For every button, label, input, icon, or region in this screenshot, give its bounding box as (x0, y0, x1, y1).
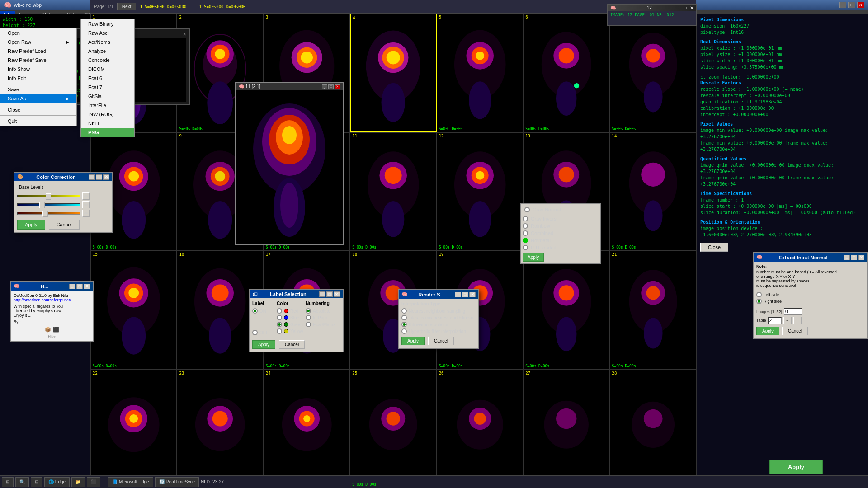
gamma-slider-thumb[interactable] (42, 211, 48, 217)
url-link[interactable]: http://amedcon.sourceforge.net/ (14, 298, 90, 302)
close-item[interactable]: Close (0, 105, 76, 114)
color-corr-minimize[interactable]: _ (89, 174, 95, 180)
minimize-button[interactable]: _ (839, 2, 846, 8)
scan-cell-5[interactable]: 5 S=00s D=00s (437, 14, 523, 132)
lut-option[interactable]: LUT loaded ... (521, 244, 600, 251)
render-apply-button[interactable]: Apply (401, 337, 425, 345)
info-show-item[interactable]: Info Show (0, 65, 76, 74)
hotmetal-option[interactable]: Hotmetal (521, 237, 600, 244)
inw-rug-item[interactable]: INW (RUG) (81, 110, 134, 119)
color-corr-maximize[interactable]: □ (96, 174, 102, 180)
scan-cell-14[interactable]: 14 S=00s D=00s (610, 132, 696, 251)
png-item[interactable]: PNG (81, 128, 134, 137)
palette-apply-button[interactable]: Apply (523, 253, 544, 262)
yellow-color-radio[interactable] (277, 328, 282, 334)
scan-cell-4[interactable]: 4 (350, 14, 436, 132)
scan-cell-20[interactable]: 20 S=00s D=00s (523, 251, 609, 370)
red-color-radio[interactable] (277, 308, 282, 314)
combined-radio[interactable] (523, 230, 528, 236)
taskbar-task-view[interactable]: ⊟ (31, 477, 42, 487)
contrast-dropper[interactable]: ✏ (82, 201, 90, 208)
gray-invers-option[interactable]: Gray Invers (521, 215, 600, 222)
label-cancel-button[interactable]: Cancel (279, 340, 305, 349)
scan-cell-7[interactable]: 7 S=00s D=00s (610, 14, 696, 132)
raw-binary-item[interactable]: Raw Binary (81, 19, 134, 28)
label-minimize[interactable]: _ (319, 291, 326, 297)
table-input[interactable] (768, 317, 782, 324)
brain-zoom-minimize[interactable]: _ (322, 84, 327, 89)
about-close[interactable]: ✕ (84, 284, 90, 289)
label-apply-button[interactable]: Apply (252, 340, 275, 349)
second-close[interactable]: ✕ (690, 5, 693, 10)
nifti-item[interactable]: NIfTI (81, 119, 134, 128)
left-side-radio[interactable] (756, 292, 762, 297)
brain-zoom-maximize[interactable]: □ (328, 84, 334, 89)
ecat7-item[interactable]: Ecat 7 (81, 83, 134, 92)
taskbar-start[interactable]: ⊞ (2, 477, 14, 487)
render-minimize[interactable]: _ (455, 292, 461, 297)
acr-nema-item[interactable]: Acr/Nema (81, 38, 134, 47)
gamma-dropper[interactable]: ✏ (82, 210, 90, 217)
second-maximize[interactable]: □ (686, 5, 689, 10)
tiles-radio[interactable] (401, 315, 407, 320)
brain-zoom-close[interactable]: ✕ (335, 84, 340, 89)
quit-item[interactable]: Quit (0, 117, 76, 126)
combined-option[interactable]: Combined (521, 230, 600, 237)
scan-cell-25[interactable]: 25 S=00s D=00s (350, 370, 436, 488)
blue-color-radio[interactable] (277, 315, 282, 320)
scan-cell-27[interactable]: 27 (523, 370, 609, 488)
taskbar-ms-edge[interactable]: 📘 Microsoft Edge (108, 477, 153, 487)
hyperbolic-radio[interactable] (401, 328, 407, 334)
render-maximize[interactable]: □ (462, 292, 468, 297)
main-apply-button[interactable]: Apply (769, 460, 823, 474)
scan-cell-28[interactable]: 28 (610, 370, 696, 488)
open-menu-item[interactable]: Open (0, 28, 76, 38)
right-side-radio[interactable] (756, 299, 762, 304)
table-decrement[interactable]: − (783, 317, 792, 324)
raw-predef-save-item[interactable]: Raw Predef Save (0, 56, 76, 65)
interfile-item[interactable]: InterFile (81, 101, 134, 110)
table-increment[interactable]: + (793, 317, 802, 324)
extract-apply-button[interactable]: Apply (756, 327, 779, 335)
extract-cancel-button[interactable]: Cancel (782, 327, 808, 335)
second-minimize[interactable]: _ (683, 5, 685, 10)
close-button[interactable]: ✕ (857, 2, 864, 8)
scan-cell-6[interactable]: 6 S=00s D=00s (523, 14, 609, 132)
nearest-radio[interactable] (401, 308, 407, 314)
about-minimize[interactable]: _ (69, 284, 75, 289)
concorde-item[interactable]: Concorde (81, 56, 134, 65)
gray-normal-radio[interactable] (524, 207, 530, 212)
raw-ascii-item[interactable]: Raw Ascii (81, 28, 134, 38)
label-close[interactable]: ✕ (334, 291, 340, 297)
rainbow-radio[interactable] (523, 223, 528, 229)
scan-cell-15[interactable]: 15 S=00s D=00s (90, 251, 177, 370)
gifsla-item[interactable]: GifSla (81, 92, 134, 101)
scan-cell-11[interactable]: 11 S=00s D=00s (350, 132, 436, 251)
extract-maximize[interactable]: □ (851, 255, 857, 260)
scan-cell-12[interactable]: 12 S=00s D=00s (437, 132, 523, 251)
taskbar-edge[interactable]: 🌐 Edge (44, 477, 70, 487)
color-correction-apply-button[interactable]: Apply (17, 220, 45, 230)
color-correction-cancel-button[interactable]: Cancel (49, 220, 80, 230)
scan-cell-22[interactable]: 22 (90, 370, 177, 488)
close-info-button[interactable]: Close (700, 243, 728, 252)
taskbar-cmd[interactable]: ⬛ (87, 477, 100, 487)
absolute-radio[interactable] (306, 308, 311, 314)
lut-radio[interactable] (523, 245, 528, 250)
ecat-radio[interactable] (306, 322, 311, 327)
label-maximize[interactable]: □ (326, 291, 333, 297)
next-button[interactable]: Next (117, 3, 137, 10)
scan-cell-23[interactable]: 23 (177, 370, 263, 488)
scan-cell-26[interactable]: 26 (437, 370, 523, 488)
maximize-button[interactable]: □ (848, 2, 855, 8)
bilinear-radio[interactable] (401, 322, 407, 327)
render-cancel-button[interactable]: Cancel (428, 337, 454, 345)
rainbow-option[interactable]: Rainbow (521, 222, 600, 230)
in-page-radio[interactable] (306, 315, 311, 320)
green-color-radio[interactable] (277, 322, 282, 327)
hotmetal-radio[interactable] (523, 238, 528, 243)
extract-close[interactable]: ✕ (858, 255, 864, 260)
extract-minimize[interactable]: _ (844, 255, 850, 260)
ecat6-item[interactable]: Ecat 6 (81, 74, 134, 83)
taskbar-realtime[interactable]: 🔄 RealTimeSync (155, 477, 199, 487)
